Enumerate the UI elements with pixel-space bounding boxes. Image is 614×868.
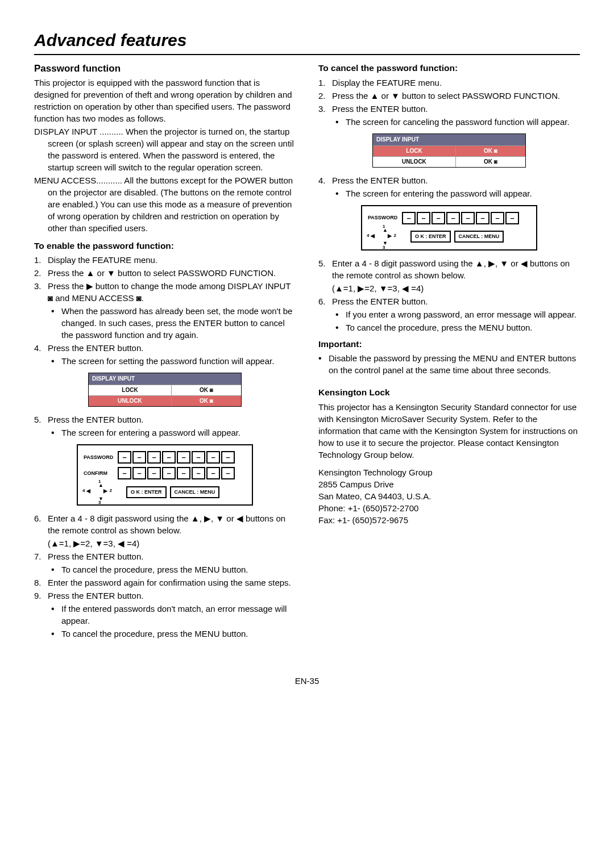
step-6: Enter a 4 - 8 digit password using the ▲… — [34, 512, 296, 549]
step-8: Enter the password again for confirmatio… — [34, 577, 296, 589]
display-input-figure-unlock: DISPLAY INPUT LOCKOK ◙ UNLOCKOK ◙ — [372, 133, 526, 168]
heading-cancel: To cancel the password function: — [318, 62, 580, 74]
ok-enter-hint: O K : ENTER — [126, 486, 167, 498]
addr-line: Fax: +1- (650)572-9675 — [318, 514, 580, 526]
step-7: Press the ENTER button. To cancel the pr… — [34, 550, 296, 575]
addr-line: San Mateo, CA 94403, U.S.A. — [318, 490, 580, 502]
page-title: Advanced features — [34, 28, 580, 55]
nav-diamond-icon: 1▲ 4◀ ▶2 ▼3 — [368, 228, 402, 246]
cancel-menu-hint: CANCEL : MENU — [454, 231, 504, 243]
cancel-step-6-bullet-1: If you enter a wrong password, an error … — [335, 308, 580, 320]
cancel-step-1: Display the FEATURE menu. — [318, 77, 580, 89]
pw-cell: – — [118, 451, 131, 464]
heading-password-function: Password function — [34, 62, 296, 76]
cancel-menu-hint: CANCEL : MENU — [170, 486, 220, 498]
page-number: EN-35 — [34, 675, 580, 687]
kensington-text: This projector has a Kensington Security… — [318, 401, 580, 461]
step-7-bullet: To cancel the procedure, press the MENU … — [51, 564, 296, 575]
display-input-figure-lock: DISPLAY INPUT LOCKOK ◙ UNLOCKOK ◙ — [88, 373, 242, 407]
cancel-step-6-bullet-2: To cancel the procedure, press the MENU … — [335, 322, 580, 333]
cancel-step-3: Press the ENTER button. The screen for c… — [318, 103, 580, 128]
label-password: PASSWORD — [84, 454, 118, 461]
addr-line: Kensington Technology Group — [318, 466, 580, 478]
step-4: Press the ENTER button. The screen for s… — [34, 342, 296, 367]
step-3: Press the ▶ button to change the mode am… — [34, 280, 296, 341]
addr-line: 2855 Campus Drive — [318, 478, 580, 490]
cancel-step-5-mapping: (▲=1, ▶=2, ▼=3, ◀ =4) — [332, 282, 580, 294]
step-9-bullet-1: If the entered passwords don't match, an… — [51, 603, 296, 627]
cancel-step-5: Enter a 4 - 8 digit password using the ▲… — [318, 257, 580, 294]
label-password: PASSWORD — [368, 214, 402, 222]
ok-enter-hint: O K : ENTER — [410, 231, 451, 243]
cancel-step-2: Press the ▲ or ▼ button to select PASSWO… — [318, 90, 580, 102]
menu-access-desc: MENU ACCESS........... All the buttons e… — [34, 174, 296, 234]
heading-kensington: Kensington Lock — [318, 386, 580, 399]
heading-enable: To enable the password function: — [34, 240, 296, 252]
label-confirm: CONFIRM — [84, 470, 118, 477]
step-1: Display the FEATURE menu. — [34, 254, 296, 266]
cancel-step-6: Press the ENTER button. If you enter a w… — [318, 295, 580, 333]
step-6-mapping: (▲=1, ▶=2, ▼=3, ◀ =4) — [48, 537, 296, 549]
step-4-bullet: The screen for setting the password func… — [51, 355, 296, 367]
password-entry-figure: PASSWORD – – – – – – – – CON — [77, 444, 253, 506]
cancel-step-4: Press the ENTER button. The screen for e… — [318, 174, 580, 199]
step-3-bullet: When the password has already been set, … — [51, 305, 296, 341]
addr-line: Phone: +1- (650)572-2700 — [318, 502, 580, 514]
nav-diamond-icon: 1▲ 4◀ ▶2 ▼3 — [84, 483, 118, 501]
heading-important: Important: — [318, 338, 580, 350]
cancel-step-4-bullet: The screen for entering the password wil… — [335, 187, 580, 199]
intro-text: This projector is equipped with the pass… — [34, 77, 296, 124]
important-bullet: Disable the password by pressing the MEN… — [318, 352, 580, 376]
kensington-address: Kensington Technology Group 2855 Campus … — [318, 466, 580, 526]
display-input-desc: DISPLAY INPUT .......... When the projec… — [34, 126, 296, 173]
right-column: To cancel the password function: Display… — [318, 62, 580, 641]
step-9-bullet-2: To cancel the procedure, press the MENU … — [51, 628, 296, 640]
step-2: Press the ▲ or ▼ button to select PASSWO… — [34, 267, 296, 279]
step-5-bullet: The screen for entering a password will … — [51, 427, 296, 439]
left-column: Password function This projector is equi… — [34, 62, 296, 641]
step-9: Press the ENTER button. If the entered p… — [34, 590, 296, 640]
password-entry-figure-single: PASSWORD – – – – – – – – — [361, 205, 537, 251]
cancel-step-3-bullet: The screen for canceling the password fu… — [335, 116, 580, 128]
figure-header: DISPLAY INPUT — [89, 373, 241, 385]
step-5: Press the ENTER button. The screen for e… — [34, 414, 296, 439]
